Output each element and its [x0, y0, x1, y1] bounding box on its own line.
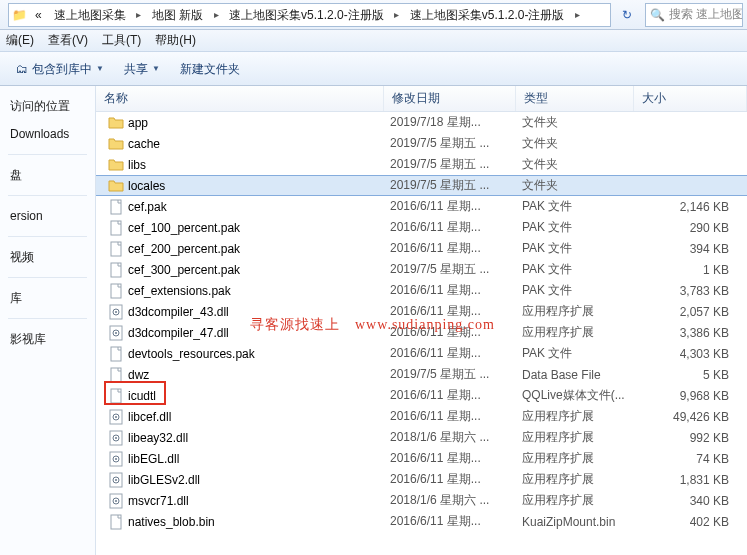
file-size: 1 KB	[640, 263, 747, 277]
file-size: 9,968 KB	[640, 389, 747, 403]
file-icon	[108, 346, 124, 362]
breadcrumb[interactable]: 📁 « 速上地图采集 ▸ 地图 新版 ▸ 速上地图采集v5.1.2.0-注册版 …	[8, 3, 611, 27]
file-type: PAK 文件	[522, 261, 640, 278]
file-row[interactable]: cef_100_percent.pak2016/6/11 星期...PAK 文件…	[96, 217, 747, 238]
file-date: 2019/7/5 星期五 ...	[390, 261, 522, 278]
library-icon: 🗂	[16, 57, 28, 81]
column-date[interactable]: 修改日期	[384, 86, 516, 111]
menu-edit[interactable]: 编(E)	[6, 32, 34, 49]
file-name: cef_extensions.pak	[128, 284, 231, 298]
file-date: 2019/7/5 星期五 ...	[390, 135, 522, 152]
svg-point-19	[115, 437, 117, 439]
file-row[interactable]: icudtl2016/6/11 星期...QQLive媒体文件(...9,968…	[96, 385, 747, 406]
file-date: 2016/6/11 星期...	[390, 219, 522, 236]
sidebar-item[interactable]: ersion	[0, 202, 95, 230]
sidebar-item[interactable]: 库	[0, 284, 95, 312]
file-name: icudtl	[128, 389, 156, 403]
file-row[interactable]: dwz2019/7/5 星期五 ...Data Base File5 KB	[96, 364, 747, 385]
file-row[interactable]: cef_200_percent.pak2016/6/11 星期...PAK 文件…	[96, 238, 747, 259]
svg-point-25	[115, 479, 117, 481]
file-size: 340 KB	[640, 494, 747, 508]
chevron-right-icon[interactable]: ▸	[390, 9, 404, 20]
svg-rect-11	[111, 347, 121, 361]
share-button[interactable]: 共享 ▼	[116, 57, 168, 81]
file-date: 2016/6/11 星期...	[390, 450, 522, 467]
file-date: 2018/1/6 星期六 ...	[390, 492, 522, 509]
crumb[interactable]: «	[29, 2, 48, 28]
file-size: 992 KB	[640, 431, 747, 445]
file-size: 5 KB	[640, 368, 747, 382]
file-row[interactable]: d3dcompiler_47.dll2016/6/11 星期...应用程序扩展3…	[96, 322, 747, 343]
file-date: 2016/6/11 星期...	[390, 240, 522, 257]
file-date: 2019/7/5 星期五 ...	[390, 156, 522, 173]
include-in-library-button[interactable]: 🗂 包含到库中 ▼	[8, 57, 112, 81]
new-folder-button[interactable]: 新建文件夹	[172, 57, 248, 81]
sidebar-item[interactable]: 影视库	[0, 325, 95, 353]
folder-icon	[108, 157, 124, 173]
menu-view[interactable]: 查看(V)	[48, 32, 88, 49]
file-size: 49,426 KB	[640, 410, 747, 424]
file-row[interactable]: cef_300_percent.pak2019/7/5 星期五 ...PAK 文…	[96, 259, 747, 280]
crumb[interactable]: 地图 新版	[146, 2, 209, 28]
column-type[interactable]: 类型	[516, 86, 634, 111]
svg-rect-1	[111, 221, 121, 235]
menu-tools[interactable]: 工具(T)	[102, 32, 141, 49]
file-row[interactable]: cef.pak2016/6/11 星期...PAK 文件2,146 KB	[96, 196, 747, 217]
file-row[interactable]: devtools_resources.pak2016/6/11 星期...PAK…	[96, 343, 747, 364]
sidebar-item[interactable]: 视频	[0, 243, 95, 271]
sidebar-item[interactable]: Downloads	[0, 120, 95, 148]
file-row[interactable]: libGLESv2.dll2016/6/11 星期...应用程序扩展1,831 …	[96, 469, 747, 490]
dll-icon	[108, 409, 124, 425]
file-list[interactable]: app2019/7/18 星期...文件夹cache2019/7/5 星期五 .…	[96, 112, 747, 555]
crumb[interactable]: 速上地图采集v5.1.2.0-注册版	[404, 2, 571, 28]
file-row[interactable]: natives_blob.bin2016/6/11 星期...KuaiZipMo…	[96, 511, 747, 532]
file-name: app	[128, 116, 148, 130]
search-input[interactable]: 🔍 搜索 速上地图	[645, 3, 743, 27]
sidebar-item[interactable]: 访问的位置	[0, 92, 95, 120]
file-row[interactable]: libs2019/7/5 星期五 ...文件夹	[96, 154, 747, 175]
menu-bar: 编(E) 查看(V) 工具(T) 帮助(H)	[0, 30, 747, 52]
menu-help[interactable]: 帮助(H)	[155, 32, 196, 49]
file-row[interactable]: cache2019/7/5 星期五 ...文件夹	[96, 133, 747, 154]
file-size: 2,057 KB	[640, 305, 747, 319]
folder-icon	[108, 178, 124, 194]
file-icon	[108, 514, 124, 530]
svg-rect-2	[111, 242, 121, 256]
file-size: 2,146 KB	[640, 200, 747, 214]
column-size[interactable]: 大小	[634, 86, 747, 111]
file-row[interactable]: msvcr71.dll2018/1/6 星期六 ...应用程序扩展340 KB	[96, 490, 747, 511]
file-size: 394 KB	[640, 242, 747, 256]
chevron-right-icon[interactable]: ▸	[570, 9, 584, 20]
file-type: KuaiZipMount.bin	[522, 515, 640, 529]
column-name[interactable]: 名称	[96, 86, 384, 111]
file-row[interactable]: libeay32.dll2018/1/6 星期六 ...应用程序扩展992 KB	[96, 427, 747, 448]
file-row[interactable]: libEGL.dll2016/6/11 星期...应用程序扩展74 KB	[96, 448, 747, 469]
file-row[interactable]: cef_extensions.pak2016/6/11 星期...PAK 文件3…	[96, 280, 747, 301]
file-row[interactable]: d3dcompiler_43.dll2016/6/11 星期...应用程序扩展2…	[96, 301, 747, 322]
file-type: 应用程序扩展	[522, 303, 640, 320]
sidebar-item[interactable]: 盘	[0, 161, 95, 189]
file-type: 应用程序扩展	[522, 450, 640, 467]
file-name: cef_300_percent.pak	[128, 263, 240, 277]
file-row[interactable]: app2019/7/18 星期...文件夹	[96, 112, 747, 133]
folder-icon	[108, 136, 124, 152]
file-date: 2016/6/11 星期...	[390, 513, 522, 530]
refresh-icon[interactable]: ↻	[615, 8, 639, 22]
file-name: libeay32.dll	[128, 431, 188, 445]
folder-glyph-icon: 📁	[9, 8, 29, 22]
file-date: 2019/7/5 星期五 ...	[390, 366, 522, 383]
chevron-down-icon: ▼	[152, 57, 160, 81]
svg-point-7	[115, 311, 117, 313]
file-date: 2016/6/11 星期...	[390, 282, 522, 299]
crumb[interactable]: 速上地图采集	[48, 2, 132, 28]
file-type: 应用程序扩展	[522, 324, 640, 341]
chevron-right-icon[interactable]: ▸	[132, 9, 146, 20]
chevron-right-icon[interactable]: ▸	[209, 9, 223, 20]
crumb[interactable]: 速上地图采集v5.1.2.0-注册版	[223, 2, 390, 28]
file-row[interactable]: locales2019/7/5 星期五 ...文件夹	[96, 175, 747, 196]
file-type: 应用程序扩展	[522, 471, 640, 488]
file-row[interactable]: libcef.dll2016/6/11 星期...应用程序扩展49,426 KB	[96, 406, 747, 427]
file-icon	[108, 220, 124, 236]
file-type: 文件夹	[522, 177, 640, 194]
dll-icon	[108, 430, 124, 446]
